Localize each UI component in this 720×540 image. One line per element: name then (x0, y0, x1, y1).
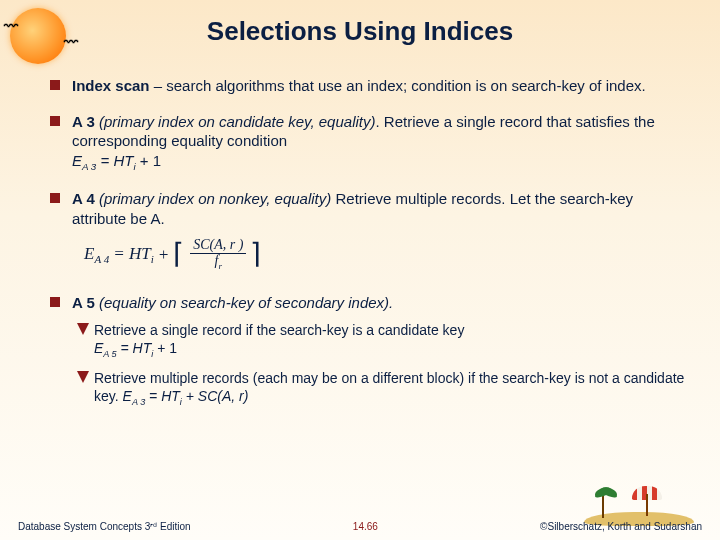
eq-sub: A 3 (82, 161, 96, 172)
island-decor (584, 482, 694, 526)
umbrella-icon (632, 486, 662, 516)
formula-a4: EA 4 = HTi + ⌈ SC(A, r ) fr ⌉ (84, 238, 690, 271)
eq-lhs: E (94, 340, 103, 356)
eq-rhs: = HT (96, 152, 133, 169)
term: A 5 (72, 294, 99, 311)
fraction: SC(A, r ) fr (190, 238, 246, 271)
bird-icon: 〰 (64, 34, 78, 50)
desc: (equality on search-key of secondary ind… (99, 294, 393, 311)
slide-body: Index scan – search algorithms that use … (50, 60, 690, 408)
eq-tail: + 1 (136, 152, 161, 169)
footer-right: ©Silberschatz, Korth and Sudarshan (540, 521, 702, 532)
eq-tail: + 1 (153, 340, 177, 356)
term: A 4 (72, 190, 99, 207)
page-number: 14.66 (353, 521, 378, 532)
text: – search algorithms that use an index; c… (150, 77, 646, 94)
f-num: SC(A, r ) (190, 238, 246, 254)
bullet-a3: A 3 (primary index on candidate key, equ… (50, 112, 690, 174)
footer: Database System Concepts 3ʳᵈ Edition 14.… (0, 521, 720, 532)
text: Retrieve a single record if the search-k… (94, 322, 464, 338)
palm-icon (602, 492, 604, 518)
sun-icon (10, 8, 66, 64)
f-lhs: E (84, 244, 94, 263)
footer-left: Database System Concepts 3ʳᵈ Edition (18, 521, 191, 532)
eq-sub: A 3 (132, 396, 145, 406)
term: A 3 (72, 113, 99, 130)
bullet-index-scan: Index scan – search algorithms that use … (50, 76, 690, 96)
eq-rhs: = HT (145, 388, 180, 404)
desc: (primary index on candidate key, equalit… (99, 113, 376, 130)
eq-lhs: E (72, 152, 82, 169)
ceil-right-icon: ⌉ (250, 241, 261, 266)
desc: (primary index on nonkey, equality) (99, 190, 331, 207)
f-eq: = HT (113, 244, 150, 263)
eq-lhs: E (123, 388, 132, 404)
bullet-a4: A 4 (primary index on nonkey, equality) … (50, 189, 690, 228)
f-plus: + (158, 244, 169, 266)
bullet-a5: A 5 (equality on search-key of secondary… (50, 293, 690, 313)
ceil-left-icon: ⌈ (173, 241, 184, 266)
page-title: Selections Using Indices (0, 0, 720, 47)
f-den: fr (212, 254, 225, 271)
sub-bullet-multiple: Retrieve multiple records (each may be o… (72, 369, 690, 409)
eq-sub: A 5 (103, 349, 116, 359)
sub-bullet-single: Retrieve a single record if the search-k… (72, 321, 690, 361)
term: Index scan (72, 77, 150, 94)
f-lhs-sub: A 4 (94, 253, 109, 265)
f-eq-sub: i (151, 253, 154, 265)
eq-tail: + SC(A, r) (182, 388, 249, 404)
bird-icon: 〰 (4, 18, 18, 34)
eq-rhs: = HT (117, 340, 152, 356)
